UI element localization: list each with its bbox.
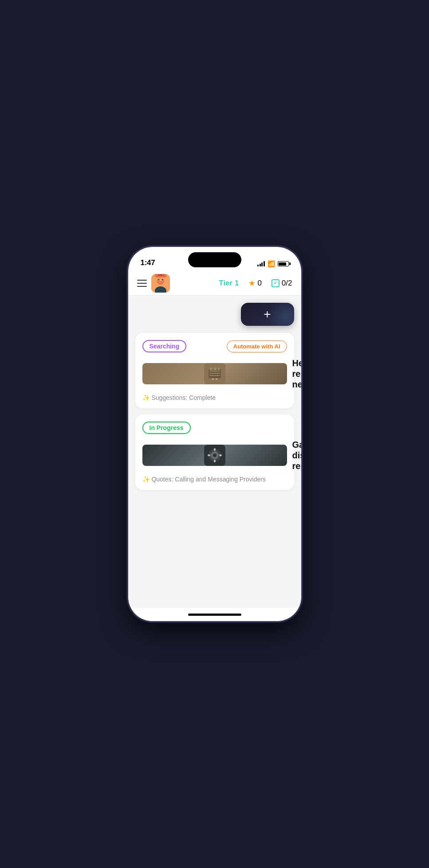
battery-icon — [278, 261, 289, 266]
heater-suggestion-text: ✨ Suggestions: Complete — [142, 394, 216, 401]
menu-button[interactable] — [137, 280, 147, 287]
card-main-row-garbage: Garbage disposal repair ▾ — [142, 439, 287, 471]
tasks-value: 0/2 — [282, 279, 292, 288]
wifi-icon: 📶 — [268, 260, 275, 267]
signal-bar-1 — [257, 265, 259, 266]
battery-fill — [279, 262, 286, 266]
svg-rect-11 — [218, 368, 220, 370]
searching-badge: Searching — [142, 340, 187, 352]
heater-thumbnail — [142, 363, 287, 384]
garbage-thumbnail — [142, 445, 287, 466]
add-job-button[interactable]: + — [241, 303, 294, 326]
header: Tier 1 ★ 0 ✓ 0/2 — [128, 271, 301, 296]
card-top-row-garbage: In Progress — [142, 422, 287, 434]
svg-rect-22 — [214, 460, 216, 462]
star-rating-icon: ★ — [248, 278, 256, 288]
home-indicator — [128, 608, 301, 621]
job-card-garbage: In Progress — [135, 414, 294, 490]
svg-rect-10 — [214, 368, 216, 370]
svg-point-15 — [212, 378, 214, 380]
hamburger-line-2 — [137, 283, 147, 284]
avatar-face — [151, 274, 170, 293]
signal-bar-4 — [264, 261, 265, 266]
avatar-svg — [151, 274, 170, 293]
tier-label: Tier 1 — [219, 279, 239, 288]
svg-point-20 — [213, 454, 216, 457]
status-icons: 📶 — [257, 260, 289, 267]
garbage-job-title: Garbage disposal repair — [292, 439, 301, 471]
hamburger-line-1 — [137, 280, 147, 281]
signal-bar-3 — [261, 262, 263, 266]
svg-rect-14 — [209, 375, 220, 376]
svg-rect-21 — [214, 448, 216, 451]
heater-card-footer: ✨ Suggestions: Complete — [142, 394, 287, 401]
dynamic-island — [188, 252, 241, 267]
garbage-suggestion-text: ✨ Quotes: Calling and Messaging Provider… — [142, 476, 266, 483]
svg-point-16 — [216, 378, 217, 380]
svg-point-5 — [161, 279, 163, 280]
automate-with-ai-button[interactable]: Automate with AI — [227, 340, 287, 352]
svg-rect-24 — [219, 454, 222, 456]
in-progress-badge: In Progress — [142, 422, 191, 434]
heater-job-title: Heater repair needed — [292, 358, 301, 390]
stars-value: 0 — [257, 279, 261, 288]
add-button-row: + — [135, 303, 294, 326]
svg-rect-13 — [209, 373, 220, 374]
stars-count: ★ 0 — [248, 278, 261, 288]
signal-bar-2 — [260, 264, 261, 266]
content-area: + Searching Automate with AI — [128, 296, 301, 608]
garbage-card-footer: ✨ Quotes: Calling and Messaging Provider… — [142, 476, 287, 483]
svg-point-4 — [158, 279, 159, 280]
phone-frame: 1:47 📶 — [128, 247, 301, 621]
home-bar — [188, 614, 241, 616]
status-time: 1:47 — [141, 258, 155, 267]
hamburger-line-3 — [137, 286, 147, 287]
card-main-row-heater: Heater repair needed ★ ⋮ — [142, 358, 287, 390]
heater-image — [204, 363, 225, 384]
phone-screen: 1:47 📶 — [128, 247, 301, 621]
garbage-image — [204, 445, 225, 466]
tasks-count: ✓ 0/2 — [272, 279, 292, 288]
svg-rect-9 — [210, 368, 213, 370]
avatar[interactable] — [151, 274, 170, 293]
svg-rect-23 — [208, 454, 210, 456]
signal-bars-icon — [257, 261, 265, 266]
checkbox-icon: ✓ — [272, 279, 279, 287]
svg-rect-12 — [209, 371, 220, 371]
card-top-row-heater: Searching Automate with AI — [142, 340, 287, 352]
job-card-heater: Searching Automate with AI — [135, 333, 294, 408]
check-mark: ✓ — [273, 280, 277, 286]
